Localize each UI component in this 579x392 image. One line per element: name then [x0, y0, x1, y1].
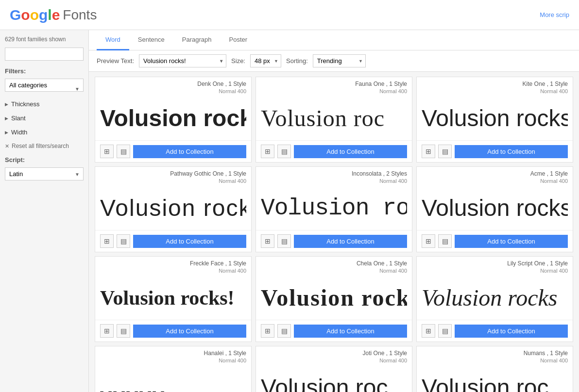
add-to-collection-button[interactable]: Add to Collection — [294, 145, 407, 158]
font-weight: Normal 400 — [379, 88, 407, 94]
preview-text-label: Preview Text: — [97, 57, 134, 65]
slant-toggle[interactable]: Slant — [5, 113, 84, 124]
font-name: Denk One , 1 Style — [197, 81, 246, 87]
list-view-icon[interactable]: ▤ — [277, 324, 291, 338]
thickness-filter[interactable]: Thickness — [5, 98, 84, 110]
font-weight: Normal 400 — [540, 178, 568, 184]
font-card-footer: ⊞ ▤ Add to Collection — [95, 230, 251, 252]
font-preview-text: Volusion rocks — [422, 286, 558, 310]
font-card-header: Inconsolata , 2 Styles Normal 400 — [256, 167, 412, 186]
list-view-icon[interactable]: ▤ — [117, 234, 130, 248]
tab-paragraph[interactable]: Paragraph — [173, 30, 221, 50]
grid-view-icon[interactable]: ⊞ — [261, 145, 274, 158]
font-card-numans: Numans , 1 Style Normal 400 Volusion roc… — [416, 346, 573, 392]
font-preview-text: Volusion rocks! — [100, 288, 235, 308]
font-card-header: Joti One , 1 Style Normal 400 — [256, 346, 412, 366]
list-view-icon[interactable]: ▤ — [277, 145, 291, 158]
font-name: Pathway Gothic One , 1 Style — [170, 170, 246, 177]
list-view-icon[interactable]: ▤ — [277, 234, 291, 248]
header: Google Fonts More scrip — [0, 0, 579, 30]
font-weight: Normal 400 — [219, 178, 246, 184]
font-weight: Normal 400 — [219, 268, 246, 274]
filters-label: Filters: — [5, 67, 84, 75]
list-view-icon[interactable]: ▤ — [117, 324, 130, 338]
thickness-toggle[interactable]: Thickness — [5, 98, 84, 110]
font-card-kite-one: Kite One , 1 Style Normal 400 Volusion r… — [416, 77, 573, 163]
width-filter[interactable]: Width — [5, 127, 84, 138]
font-card-joti: Joti One , 1 Style Normal 400 Volusion r… — [255, 346, 412, 392]
list-view-icon[interactable]: ▤ — [438, 324, 452, 338]
font-name: Freckle Face , 1 Style — [190, 260, 246, 267]
grid-view-icon[interactable]: ⊞ — [100, 324, 114, 338]
font-preview-area: Volusion rocks! — [256, 276, 412, 320]
font-name: Kite One , 1 Style — [523, 81, 568, 87]
categories-wrapper: All categories Serif Sans-Serif Display … — [5, 79, 84, 98]
font-card-footer: ⊞ ▤ Add to Collection — [417, 320, 573, 342]
preview-text-input[interactable] — [139, 54, 226, 67]
width-toggle[interactable]: Width — [5, 127, 84, 138]
sidebar: 629 font families shown Filters: All cat… — [0, 30, 89, 392]
grid-view-icon[interactable]: ⊞ — [261, 324, 274, 338]
font-name: Inconsolata , 2 Styles — [352, 170, 407, 177]
font-preview-area: Volusion roc — [417, 366, 573, 392]
categories-select[interactable]: All categories Serif Sans-Serif Display … — [5, 79, 84, 92]
font-card-lily: Lily Script One , 1 Style Normal 400 Vol… — [416, 256, 573, 342]
tab-word[interactable]: Word — [97, 30, 129, 50]
controls-bar: Preview Text: ▼ Size: 48 px 14 px 20 px … — [89, 50, 579, 72]
grid-view-icon[interactable]: ⊞ — [100, 234, 114, 248]
font-preview-text: Volusion roc — [422, 376, 549, 392]
slant-filter[interactable]: Slant — [5, 113, 84, 124]
font-card-chela: Chela One , 1 Style Normal 400 Volusion … — [255, 256, 412, 342]
font-card-footer: ⊞ ▤ Add to Collection — [417, 140, 573, 162]
font-card-header: Fauna One , 1 Style Normal 400 — [256, 77, 412, 97]
add-to-collection-button[interactable]: Add to Collection — [294, 235, 407, 248]
font-name: Acme , 1 Style — [530, 170, 568, 177]
font-preview-text: Volusion roc — [261, 107, 385, 130]
font-grid: Denk One , 1 Style Normal 400 Volusion r… — [89, 72, 579, 392]
font-preview-text: Volusion rocks! — [100, 107, 246, 130]
add-to-collection-button[interactable]: Add to Collection — [133, 325, 246, 338]
add-to-collection-button[interactable]: Add to Collection — [455, 325, 568, 338]
add-to-collection-button[interactable]: Add to Collection — [294, 325, 407, 338]
font-name: Chela One , 1 Style — [357, 260, 407, 267]
font-name: Lily Script One , 1 Style — [507, 260, 568, 267]
font-name: Fauna One , 1 Style — [355, 81, 407, 87]
add-to-collection-button[interactable]: Add to Collection — [455, 145, 568, 158]
font-preview-area: Volusion rocks! — [95, 276, 251, 320]
font-card-acme: Acme , 1 Style Normal 400 Volusion rocks… — [416, 166, 573, 252]
sorting-select[interactable]: Trending Most Popular Newest Alphabetica… — [313, 54, 366, 67]
font-name: Numans , 1 Style — [524, 350, 568, 357]
font-card-header: Chela One , 1 Style Normal 400 — [256, 257, 412, 276]
add-to-collection-button[interactable]: Add to Collection — [133, 235, 246, 248]
grid-view-icon[interactable]: ⊞ — [422, 324, 435, 338]
more-scripts-link[interactable]: More scrip — [540, 11, 569, 18]
layout: 629 font families shown Filters: All cat… — [0, 30, 579, 392]
font-card-inconsolata: Inconsolata , 2 Styles Normal 400 Volusi… — [255, 166, 412, 252]
font-card-header: Freckle Face , 1 Style Normal 400 — [95, 257, 251, 276]
grid-view-icon[interactable]: ⊞ — [422, 145, 435, 158]
font-card-header: Pathway Gothic One , 1 Style Normal 400 — [95, 167, 251, 186]
font-preview-text: Volusion rocks! — [422, 196, 568, 220]
font-card-header: Hanalei , 1 Style Normal 400 — [95, 346, 251, 366]
list-view-icon[interactable]: ▤ — [438, 234, 452, 248]
font-card-footer: ⊞ ▤ Add to Collection — [256, 140, 412, 162]
add-to-collection-button[interactable]: Add to Collection — [133, 145, 246, 158]
list-view-icon[interactable]: ▤ — [438, 145, 452, 158]
font-preview-text: Volusion rocks! — [422, 107, 568, 130]
grid-view-icon[interactable]: ⊞ — [100, 145, 114, 158]
grid-view-icon[interactable]: ⊞ — [261, 234, 274, 248]
script-select[interactable]: Latin Cyrillic Greek Arabic Hebrew — [5, 167, 84, 180]
tab-sentence[interactable]: Sentence — [129, 30, 173, 50]
add-to-collection-button[interactable]: Add to Collection — [455, 235, 568, 248]
reset-filters-button[interactable]: Reset all filters/search — [5, 143, 84, 149]
font-card-freckle: Freckle Face , 1 Style Normal 400 Volusi… — [95, 256, 252, 342]
tab-poster[interactable]: Poster — [220, 30, 256, 50]
font-weight: Normal 400 — [219, 358, 246, 363]
font-card-footer: ⊞ ▤ Add to Collection — [95, 140, 251, 162]
font-card-header: Acme , 1 Style Normal 400 — [417, 167, 573, 186]
font-weight: Normal 400 — [540, 358, 568, 363]
size-select[interactable]: 48 px 14 px 20 px 32 px 64 px — [250, 54, 281, 67]
search-input[interactable] — [5, 48, 84, 61]
list-view-icon[interactable]: ▤ — [117, 145, 130, 158]
grid-view-icon[interactable]: ⊞ — [422, 234, 435, 248]
